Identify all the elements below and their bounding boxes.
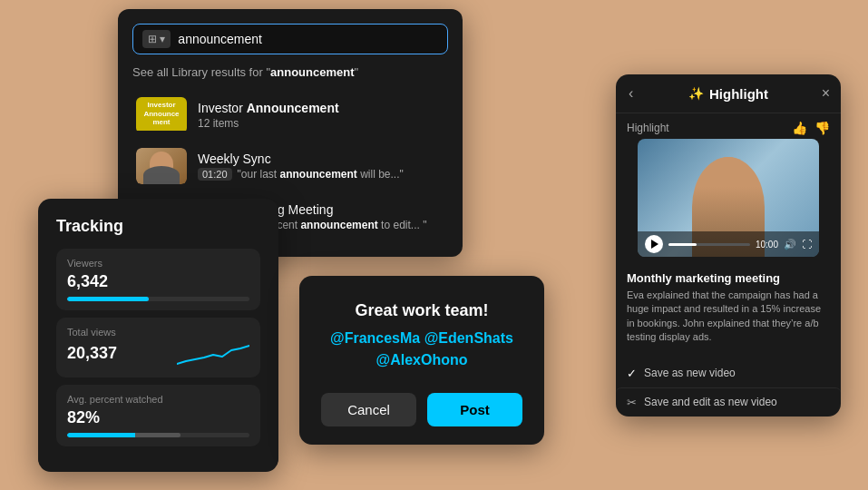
search-input-row: ⊞ ▾ [132, 24, 448, 54]
person-thumb-weekly [136, 148, 187, 184]
result-sub-weekly: 01:20 "our last announcement will be..." [198, 168, 444, 181]
close-button[interactable]: × [822, 85, 830, 102]
fullscreen-button[interactable]: ⛶ [802, 239, 812, 250]
back-button[interactable]: ‹ [627, 83, 635, 103]
result-info-investor: Investor Announcement 12 items [198, 101, 444, 130]
thumbup-button[interactable]: 👍 [792, 121, 807, 135]
tracking-title: Tracking [56, 217, 260, 236]
viewers-bar [67, 297, 249, 301]
post-actions: Cancel Post [321, 393, 522, 426]
highlight-label-row: Highlight 👍 👎 [616, 113, 841, 139]
post-button[interactable]: Post [427, 393, 522, 426]
highlight-label: Highlight [627, 122, 669, 134]
video-progress-bar[interactable] [668, 243, 750, 246]
tracking-panel: Tracking Viewers 6,342 Total views 20,33… [38, 199, 278, 472]
video-controls: 10:00 🔊 ⛶ [638, 231, 819, 257]
search-query-text: announcement [270, 65, 354, 79]
stat-card-total-views: Total views 20,337 [56, 318, 260, 377]
search-result-investor[interactable]: InvestorAnnouncement Investor Announceme… [132, 90, 448, 141]
stat-value-avg-watched: 82% [67, 408, 249, 427]
save-as-new-video-button[interactable]: ✓ Save as new video [616, 359, 841, 387]
highlight-nav: ‹ [627, 83, 635, 103]
timestamp-badge-weekly: 01:20 [198, 168, 232, 181]
stat-card-avg-watched: Avg. percent watched 82% [56, 385, 260, 446]
highlight-header: ‹ ✨ Highlight × [616, 74, 841, 113]
item-count: 12 items [198, 117, 239, 130]
scissors-icon: ✂ [627, 396, 637, 409]
grid-icon: ⊞ ▾ [148, 33, 165, 45]
video-description: Eva explained that the campaign has had … [627, 289, 830, 345]
post-title: Great work team! [321, 301, 522, 320]
play-icon [651, 240, 658, 249]
play-button[interactable] [645, 235, 663, 253]
highlight-title: Highlight [709, 86, 768, 102]
search-hint: See all Library results for "announcemen… [132, 65, 448, 79]
video-thumbnail: 10:00 🔊 ⛶ [638, 139, 819, 257]
video-progress-fill [668, 243, 697, 246]
search-type-selector[interactable]: ⊞ ▾ [142, 30, 171, 48]
stat-value-total-views: 20,337 [67, 344, 117, 363]
check-icon: ✓ [627, 367, 637, 380]
result-thumbnail-weekly [136, 148, 187, 184]
quote-weekly: "our last announcement will be..." [238, 168, 404, 181]
result-title-investor: Investor Announcement [198, 101, 444, 115]
stat-value-viewers: 6,342 [67, 272, 249, 291]
thumb-actions: 👍 👎 [792, 121, 830, 135]
result-info-weekly: Weekly Sync 01:20 "our last announcement… [198, 152, 444, 181]
post-mentions: @FrancesMa @EdenShats@AlexOhono [321, 328, 522, 371]
avg-watched-bar-fill [67, 433, 180, 437]
video-wrapper: 10:00 🔊 ⛶ [616, 139, 841, 264]
save-as-new-video-label: Save as new video [644, 367, 736, 379]
result-sub-investor: 12 items [198, 117, 444, 130]
save-and-edit-button[interactable]: ✂ Save and edit as new video [616, 387, 841, 416]
viewers-bar-fill [67, 297, 149, 301]
video-time-label: 10:00 [756, 240, 778, 250]
stat-card-viewers: Viewers 6,342 [56, 249, 260, 310]
save-and-edit-label: Save and edit as new video [644, 396, 777, 408]
avg-watched-bar [67, 433, 249, 437]
cancel-button[interactable]: Cancel [321, 393, 416, 426]
thumbdown-button[interactable]: 👎 [814, 121, 830, 135]
highlight-panel: ‹ ✨ Highlight × Highlight 👍 👎 [616, 74, 841, 416]
search-result-weekly[interactable]: Weekly Sync 01:20 "our last announcement… [132, 141, 448, 191]
investor-thumb-image: InvestorAnnouncement [136, 97, 187, 131]
result-title-weekly: Weekly Sync [198, 152, 444, 166]
person-body [143, 166, 180, 184]
stat-label-avg-watched: Avg. percent watched [67, 394, 249, 405]
result-thumbnail-investor: InvestorAnnouncement [136, 97, 187, 133]
highlight-title-row: ✨ Highlight [688, 86, 768, 102]
volume-button[interactable]: 🔊 [784, 239, 796, 250]
highlight-body: Monthly marketing meeting Eva explained … [616, 264, 841, 359]
sparkle-icon: ✨ [688, 86, 704, 101]
stat-label-total-views: Total views [67, 327, 249, 338]
stat-label-viewers: Viewers [67, 258, 249, 269]
post-panel: Great work team! @FrancesMa @EdenShats@A… [299, 276, 544, 445]
video-title: Monthly marketing meeting [627, 271, 830, 285]
sparkline-chart [177, 341, 249, 368]
search-input[interactable] [178, 32, 438, 46]
